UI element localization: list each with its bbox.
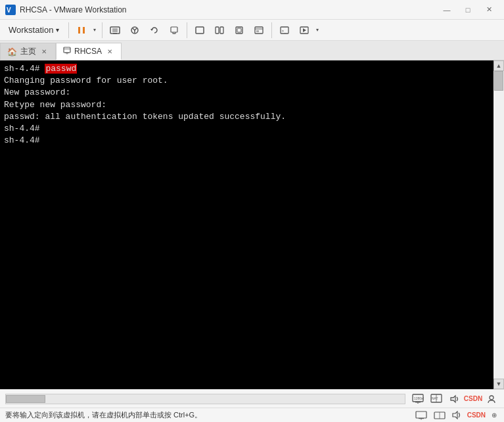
toolbar-separator-4 <box>271 22 272 38</box>
svg-rect-2 <box>78 27 80 34</box>
restore-button[interactable] <box>145 22 164 39</box>
dropdown-icon: ▾ <box>56 26 59 34</box>
bottom-message: 要将输入定向到该虚拟机，请在虚拟机内部单击或按 Ctrl+G。 <box>5 410 202 420</box>
status-right: 1280x800 NAT CSDN <box>411 392 499 406</box>
svg-rect-26 <box>65 53 69 53</box>
svg-rect-6 <box>113 33 117 34</box>
svg-marker-23 <box>303 28 306 32</box>
display-icon-btn[interactable]: 1280x800 <box>411 392 425 406</box>
toolbar-separator-1 <box>68 22 69 38</box>
tab-rhcsa-close[interactable]: ✕ <box>105 47 114 56</box>
minimize-button[interactable]: — <box>437 3 457 16</box>
send-key-button[interactable] <box>295 22 313 39</box>
close-button[interactable]: ✕ <box>479 3 499 16</box>
scroll-thumb[interactable] <box>494 71 503 91</box>
horizontal-scrollbar[interactable] <box>5 394 405 404</box>
svg-rect-29 <box>415 402 421 403</box>
bottom-display-btn[interactable] <box>413 410 429 421</box>
svg-rect-12 <box>196 27 204 34</box>
snapshot-button[interactable] <box>126 22 144 39</box>
terminal-scrollbar: ▲ ▼ <box>493 60 504 389</box>
tab-rhcsa[interactable]: RHCSA ✕ <box>56 43 122 60</box>
svg-rect-13 <box>216 27 219 34</box>
tab-home[interactable]: 🏠 主页 ✕ <box>0 43 56 60</box>
svg-point-36 <box>490 396 493 400</box>
toolbar-separator-2 <box>102 22 103 38</box>
bottom-user-btn[interactable]: ⊕ <box>490 411 499 419</box>
pause-button[interactable] <box>72 22 91 39</box>
tab-home-label: 主页 <box>20 46 36 57</box>
menu-bar: Workstation ▾ ▾ <box>0 20 504 41</box>
send-key-dropdown[interactable]: ▾ <box>313 22 321 39</box>
scroll-down-button[interactable]: ▼ <box>493 379 504 389</box>
scroll-up-button[interactable]: ▲ <box>493 60 504 71</box>
svg-rect-24 <box>64 47 70 53</box>
svg-rect-38 <box>419 418 424 419</box>
csdn-label: CSDN <box>466 392 480 406</box>
fullscreen-button[interactable] <box>230 22 248 39</box>
bottom-sound-btn[interactable] <box>450 410 463 420</box>
tab-bar: 🏠 主页 ✕ RHCSA ✕ <box>0 41 504 60</box>
unity-button[interactable] <box>250 22 268 39</box>
svg-rect-16 <box>237 28 241 32</box>
single-window-button[interactable] <box>191 22 209 39</box>
title-text: RHCSA - VMware Workstation <box>20 5 437 14</box>
toolbar-separator-3 <box>187 22 187 38</box>
rhcsa-icon <box>63 47 71 57</box>
tab-home-close[interactable]: ✕ <box>39 47 49 57</box>
svg-rect-14 <box>220 27 223 34</box>
pause-dropdown[interactable]: ▾ <box>91 22 99 39</box>
svg-text:>_: >_ <box>282 28 287 33</box>
svg-rect-5 <box>112 28 118 32</box>
send-key-group: ▾ <box>295 22 321 39</box>
svg-marker-42 <box>453 411 457 419</box>
bottom-icons: CSDN ⊕ <box>413 410 499 421</box>
sound-icon-btn[interactable] <box>447 392 462 406</box>
console-button[interactable]: >_ <box>275 22 294 39</box>
svg-text:V: V <box>7 7 11 14</box>
app-icon: V <box>5 5 16 15</box>
maximize-button[interactable]: □ <box>458 3 478 16</box>
connect-button[interactable] <box>106 22 124 39</box>
terminal-output: sh-4.4# passwd Changing password for use… <box>0 60 493 389</box>
bottom-net-btn[interactable] <box>432 410 447 421</box>
svg-rect-19 <box>256 30 259 32</box>
workstation-label: Workstation <box>9 25 53 35</box>
terminal-area[interactable]: sh-4.4# passwd Changing password for use… <box>0 60 504 389</box>
user-icon-btn[interactable] <box>484 392 499 406</box>
bottom-bar: 要将输入定向到该虚拟机，请在虚拟机内部单击或按 Ctrl+G。 CSDN ⊕ <box>0 408 504 422</box>
svg-rect-10 <box>171 27 177 32</box>
svg-rect-3 <box>83 27 85 34</box>
split-view-button[interactable] <box>210 22 229 39</box>
svg-text:1280x800: 1280x800 <box>414 396 424 400</box>
tab-rhcsa-label: RHCSA <box>74 47 102 56</box>
pause-btn-group: ▾ <box>72 22 99 39</box>
main-content: sh-4.4# passwd Changing password for use… <box>0 60 504 389</box>
svg-marker-35 <box>451 396 455 402</box>
window-controls: — □ ✕ <box>437 3 499 16</box>
scrollbar-thumb[interactable] <box>6 395 45 403</box>
svg-marker-9 <box>150 29 153 31</box>
workstation-menu[interactable]: Workstation ▾ <box>3 22 65 38</box>
status-bar: 1280x800 NAT CSDN <box>0 389 504 408</box>
scroll-track <box>493 71 504 379</box>
bottom-csdn-label: CSDN <box>466 411 487 419</box>
title-bar: V RHCSA - VMware Workstation — □ ✕ <box>0 0 504 20</box>
svg-rect-37 <box>416 411 426 418</box>
network-icon-btn[interactable]: NAT <box>429 392 444 406</box>
share-button[interactable] <box>165 22 183 39</box>
svg-text:NAT: NAT <box>432 396 438 400</box>
home-icon: 🏠 <box>7 47 17 57</box>
